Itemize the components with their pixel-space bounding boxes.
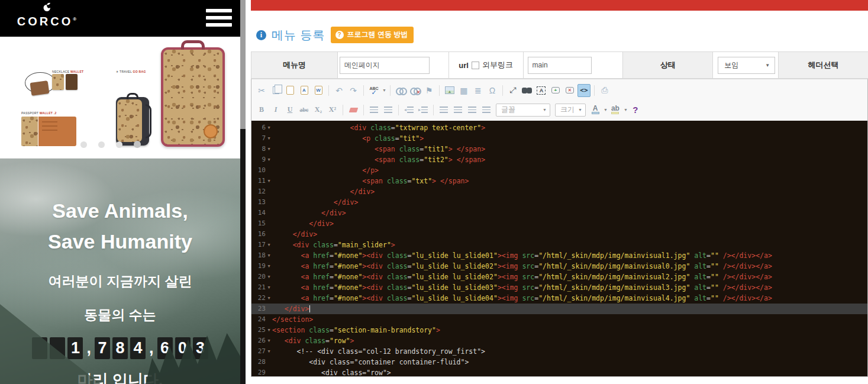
code-line[interactable]: 16 </div> [251, 229, 867, 240]
url-input[interactable] [528, 57, 592, 74]
site-logo[interactable]: CORCO® [14, 2, 79, 28]
insert-table-icon[interactable]: ▦ [457, 84, 470, 97]
source-view-icon[interactable]: <> [577, 84, 591, 97]
find-replace-icon[interactable] [521, 84, 534, 97]
small-backpack-image[interactable] [116, 97, 149, 146]
unlink-icon[interactable]: ✕ [408, 84, 421, 97]
text-color-icon[interactable]: A [589, 104, 602, 117]
chevron-down-icon[interactable]: ▼ [382, 88, 386, 92]
fold-arrow-icon[interactable]: ▼ [266, 144, 272, 154]
code-line[interactable]: 14 </div> [251, 208, 867, 218]
link-icon[interactable] [394, 84, 407, 97]
remove-format-icon[interactable] [347, 104, 360, 117]
code-line[interactable]: 11▼ <span class="txt"> </span> [251, 176, 867, 186]
fold-arrow-icon[interactable]: ▼ [266, 335, 272, 346]
leather-wallet-image[interactable] [66, 74, 78, 90]
subscript-icon[interactable]: X₂ [312, 104, 325, 117]
code-line[interactable]: 20▼ <a href="#none"><div class="lu_slide… [251, 272, 867, 282]
large-backpack-image[interactable] [161, 47, 225, 147]
code-line-active[interactable]: 23 </div> [251, 304, 867, 314]
code-line[interactable]: 8▼ <span class="tit1"> </span> [251, 144, 867, 154]
fold-arrow-icon[interactable]: ▼ [266, 293, 272, 304]
carousel-dot[interactable] [80, 141, 87, 148]
insert-image-icon[interactable]: ▲ [443, 84, 456, 97]
necklace-wallet-image[interactable] [30, 80, 50, 96]
horizontal-line-icon[interactable]: ≣ [472, 84, 485, 97]
spellcheck-icon[interactable]: ABC ✓ [367, 84, 380, 97]
code-line[interactable]: 15 </div> [251, 218, 867, 229]
hamburger-menu-icon[interactable] [206, 9, 232, 27]
code-line[interactable]: 19▼ <a href="#none"><div class="lu_slide… [251, 261, 867, 272]
fold-arrow-icon[interactable]: ▼ [266, 122, 272, 133]
superscript-icon[interactable]: X² [326, 104, 339, 117]
align-center-icon[interactable] [451, 104, 464, 117]
italic-icon[interactable]: I [269, 104, 282, 117]
decrease-indent-icon[interactable]: ◂ [402, 104, 415, 117]
source-code-editor[interactable]: 6▼ <div class="txtwrap text-center">7▼ <… [251, 121, 867, 376]
fold-arrow-icon[interactable]: ▼ [266, 240, 272, 250]
background-color-icon[interactable]: ab [609, 104, 622, 117]
bold-icon[interactable]: B [255, 104, 268, 117]
code-line[interactable]: 25▼<section class="section-main-brandsto… [251, 325, 867, 335]
fold-arrow-icon[interactable]: ▼ [266, 133, 272, 144]
underline-icon[interactable]: U [283, 104, 296, 117]
preview-scrollbar-track[interactable] [240, 0, 246, 384]
strikethrough-icon[interactable]: abc [298, 104, 311, 117]
external-link-checkbox[interactable] [472, 62, 479, 69]
code-line[interactable]: 26▼ <div class="row"> [251, 335, 867, 346]
fold-arrow-icon[interactable]: ▼ [266, 346, 272, 357]
copy-icon[interactable] [269, 84, 282, 97]
font-family-dropdown[interactable]: 글꼴▼ [496, 104, 550, 117]
paste-icon[interactable] [283, 84, 296, 97]
align-left-icon[interactable] [437, 104, 450, 117]
code-line[interactable]: 13 </div> [251, 197, 867, 208]
font-size-dropdown[interactable]: 크기▼ [555, 104, 586, 117]
program-link-help-button[interactable]: ? 프로그램 연동 방법 [331, 27, 414, 43]
code-line[interactable]: 24</section> [251, 314, 867, 325]
carousel-dot[interactable] [98, 141, 105, 148]
increase-indent-icon[interactable]: ▸ [417, 104, 430, 117]
fold-arrow-icon[interactable]: ▼ [266, 154, 272, 165]
code-line[interactable]: 27▼ <!-- <div class="col-12 brandstory_r… [251, 346, 867, 357]
code-line[interactable]: 28 <div class="container container-fluid… [251, 357, 867, 367]
code-line[interactable]: 18▼ <a href="#none"><div class="lu_slide… [251, 250, 867, 261]
cork-wallet-image[interactable] [52, 74, 64, 90]
status-select[interactable]: 보임 ▼ [718, 57, 775, 74]
align-right-icon[interactable] [466, 104, 479, 117]
editor-help-icon[interactable]: ? [629, 104, 642, 117]
select-all-icon[interactable]: A [535, 84, 548, 97]
align-justify-icon[interactable] [480, 104, 493, 117]
code-line[interactable]: 6▼ <div class="txtwrap text-center"> [251, 122, 867, 133]
code-line[interactable]: 21▼ <a href="#none"><div class="lu_slide… [251, 282, 867, 293]
chevron-down-icon[interactable]: ▼ [624, 108, 628, 112]
fold-arrow-icon[interactable]: ▼ [266, 250, 272, 261]
carousel-dot[interactable] [116, 141, 122, 148]
add-block-icon[interactable]: + [549, 84, 562, 97]
fold-arrow-icon[interactable]: ▼ [266, 272, 272, 282]
preview-scrollbar-thumb[interactable] [240, 0, 246, 129]
fold-arrow-icon[interactable]: ▼ [266, 261, 272, 272]
cut-icon[interactable]: ✂ [255, 84, 268, 97]
passport-wallet-right-image[interactable] [38, 117, 76, 146]
print-icon[interactable]: ⎙ [598, 84, 611, 97]
paste-from-word-icon[interactable]: W [312, 84, 325, 97]
passport-wallet-left-image[interactable] [21, 117, 38, 146]
numbered-list-icon[interactable] [367, 104, 380, 117]
redo-icon[interactable]: ↷ [347, 84, 360, 97]
undo-icon[interactable]: ↶ [333, 84, 346, 97]
paste-as-text-icon[interactable]: A [298, 84, 311, 97]
code-line[interactable]: 17▼ <div class="main_slider"> [251, 240, 867, 250]
code-line[interactable]: 22▼ <a href="#none"><div class="lu_slide… [251, 293, 867, 304]
remove-block-icon[interactable]: ✕ [563, 84, 576, 97]
code-line[interactable]: 29 <div class="row"> [251, 367, 867, 376]
fold-arrow-icon[interactable]: ▼ [266, 325, 272, 335]
carousel-dot-active[interactable] [134, 141, 141, 148]
menu-name-input[interactable] [340, 57, 430, 74]
fold-arrow-icon[interactable]: ▼ [266, 176, 272, 186]
code-line[interactable]: 10 </p> [251, 165, 867, 176]
code-line[interactable]: 12 </div> [251, 186, 867, 197]
fold-arrow-icon[interactable]: ▼ [266, 282, 272, 293]
maximize-icon[interactable]: ⤢ [506, 84, 519, 97]
anchor-flag-icon[interactable]: ⚑ [422, 84, 435, 97]
chevron-down-icon[interactable]: ▼ [604, 108, 608, 112]
